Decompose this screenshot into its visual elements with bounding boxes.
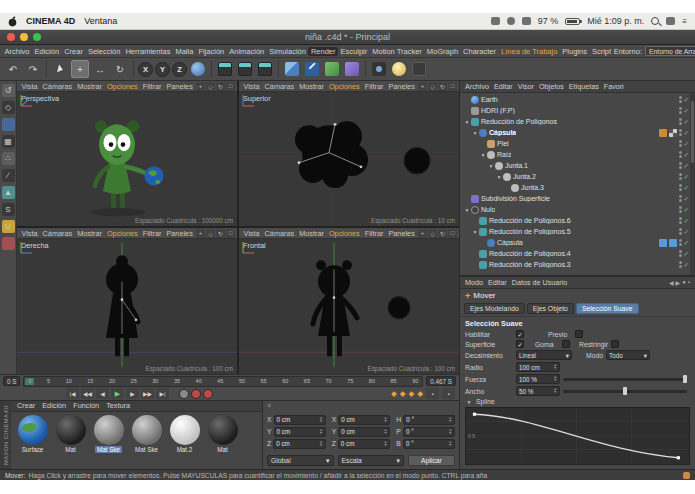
enabled-check-icon[interactable]: ✓ [684,228,689,236]
am-menu-datos[interactable]: Datos de Usuario [512,278,568,287]
vp-menu-vista[interactable]: Vista [241,82,262,91]
polygons-mode-tool[interactable]: ▲ [2,186,15,199]
axis-x-button[interactable]: X [138,62,153,77]
habilitar-checkbox[interactable]: ✓ [516,330,524,338]
key-position-icon[interactable]: ◆ [391,389,397,398]
lock-icon[interactable]: ▪ [688,279,690,286]
expand-icon[interactable]: ▼ [487,163,495,169]
radio-field[interactable]: 100 cm▲▼ [516,362,560,372]
material-item[interactable]: Mat [205,415,240,468]
next-key-button[interactable]: ▶▶ [141,388,154,399]
maximize-view-icon[interactable]: □ [448,229,457,238]
om-menu-objetos[interactable]: Objetos [539,82,564,91]
menu-animacion[interactable]: Animación [227,47,267,56]
goto-start-button[interactable]: |◀ [66,388,79,399]
prev-frame-button[interactable]: ◀ [96,388,109,399]
scale-tool[interactable]: ↔ [91,60,109,78]
enabled-check-icon[interactable]: ✓ [684,195,689,203]
deformer-button[interactable] [343,60,361,78]
render-view-button[interactable] [216,60,234,78]
vp-menu-opciones[interactable]: Opciones [104,82,140,91]
enabled-check-icon[interactable]: ✓ [684,151,689,159]
lock-axis-tool[interactable] [2,237,15,250]
expand-icon[interactable]: ▼ [471,130,479,136]
rotate-view-icon[interactable]: ↻ [216,82,225,91]
record-snapshot-button[interactable] [179,389,189,399]
tree-scrollbar[interactable] [690,93,695,275]
enabled-check-icon[interactable]: ✓ [684,162,689,170]
rotate-view-icon[interactable]: ↻ [216,229,225,238]
material-item[interactable]: Mat [53,415,88,468]
viewport-perspectiva-canvas[interactable]: Perspectiva [17,92,237,226]
vp-menu-mostrar[interactable]: Mostrar [75,229,105,238]
menu-character[interactable]: Character [461,47,499,56]
edges-mode-tool[interactable]: ∕ [2,169,15,182]
live-selection-tool[interactable] [51,60,69,78]
menu-crear[interactable]: Crear [62,47,86,56]
control-center-icon[interactable] [666,17,675,25]
coords-menu-icon[interactable]: ≡ [267,402,271,409]
tab-ejes-objeto[interactable]: Ejes Objeto [527,303,574,314]
coords-size-dropdown[interactable]: Escala▾ [338,455,405,466]
mat-menu-funcion[interactable]: Función [73,401,99,410]
visibility-dots[interactable] [679,195,682,202]
enabled-check-icon[interactable]: ✓ [684,96,689,104]
rotate-view-icon[interactable]: ↻ [438,82,447,91]
enabled-check-icon[interactable]: ✓ [684,261,689,269]
maximize-view-icon[interactable]: □ [226,229,235,238]
position-y-field[interactable]: 0 cm▲▼ [274,427,326,437]
ancho-field[interactable]: 50 %▲▼ [516,386,560,396]
visibility-dots[interactable] [679,129,682,136]
material-item[interactable]: Mat.2 [167,415,202,468]
viewport-derecha-canvas[interactable]: Derecha [17,239,237,373]
expand-icon[interactable]: ▼ [471,229,479,235]
visibility-dots[interactable] [679,239,682,246]
tree-row-piel[interactable]: Piel ✓ [460,138,689,149]
selection-tag-icon[interactable] [669,239,677,247]
spline-pen-button[interactable] [303,60,321,78]
menu-script[interactable]: Script [589,47,613,56]
enabled-check-icon[interactable]: ✓ [684,173,689,181]
tree-row-reduccion[interactable]: ▼ Reducción de Polígonos ✓ [460,116,689,127]
enabled-check-icon[interactable]: ✓ [684,239,689,247]
zoom-view-icon[interactable]: ◇ [428,229,437,238]
viewport-frontal-canvas[interactable]: Frontal [239,239,459,373]
axis-mode-tool[interactable]: S [2,203,15,216]
vp-menu-paneles[interactable]: Paneles [164,229,195,238]
snap-tool[interactable]: U [2,220,15,233]
menu-plugins[interactable]: Plugins [560,47,590,56]
visibility-dots[interactable] [679,250,682,257]
maximize-view-icon[interactable]: □ [448,82,457,91]
visibility-dots[interactable] [679,217,682,224]
autokey-button[interactable] [203,389,213,399]
tree-row-capsula2[interactable]: Cápsula ✓ [460,237,689,248]
tree-row-hdri[interactable]: HDRI (F.P) ✓ [460,105,689,116]
vp-menu-mostrar[interactable]: Mostrar [75,82,105,91]
vp-menu-vista[interactable]: Vista [19,229,40,238]
material-thumbnail[interactable] [170,415,200,445]
om-menu-archivo[interactable]: Archivo [465,82,489,91]
macos-app-name[interactable]: CINEMA 4D [26,16,75,26]
am-menu-modo[interactable]: Modo [465,278,483,287]
timeline-current-time-field[interactable]: 0.467 S [426,376,456,386]
vp-menu-camaras[interactable]: Cámaras [40,82,75,91]
menu-herramientas[interactable]: Herramientas [123,47,173,56]
position-x-field[interactable]: 0 cm▲▼ [274,415,326,425]
visibility-dots[interactable] [679,261,682,268]
goma-checkbox[interactable] [562,340,570,348]
tree-row-reduccion5[interactable]: ▼ Reducción de Polígonos.5 ✓ [460,226,689,237]
enabled-check-icon[interactable]: ✓ [684,250,689,258]
sound-toggle-button[interactable]: ▪ [442,388,455,399]
vp-menu-paneles[interactable]: Paneles [164,82,195,91]
texture-tag-icon[interactable] [669,129,677,137]
material-item[interactable]: Surface [15,415,50,468]
next-frame-button[interactable]: ▶ [126,388,139,399]
visibility-dots[interactable] [679,206,682,213]
texture-mode-tool[interactable] [2,118,15,131]
mat-menu-crear[interactable]: Crear [17,401,35,410]
zoom-view-icon[interactable]: ◇ [206,82,215,91]
tree-row-reduccion3[interactable]: Reducción de Polígonos.3 ✓ [460,259,689,270]
pan-view-icon[interactable]: + [196,82,205,91]
vp-menu-filtrar[interactable]: Filtrar [140,82,164,91]
notification-icon[interactable] [683,472,690,479]
